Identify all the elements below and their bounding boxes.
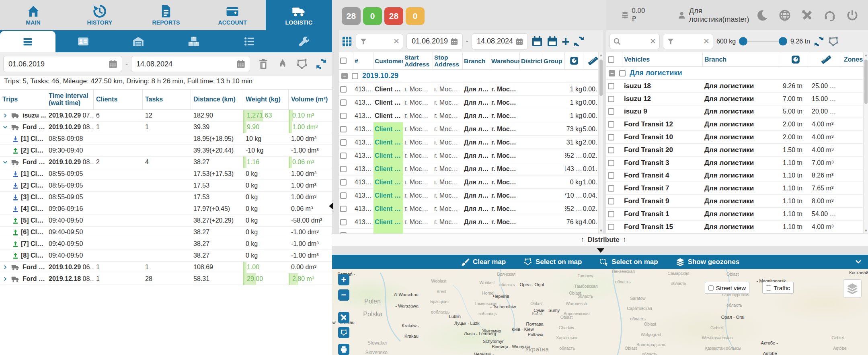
- select-on-map-rect-button[interactable]: Select on map: [599, 258, 658, 266]
- tab-trips[interactable]: [0, 31, 55, 52]
- row-checkbox[interactable]: [340, 153, 347, 159]
- calendar-icon[interactable]: [236, 59, 246, 69]
- row-checkbox[interactable]: [608, 108, 614, 115]
- clear-map-button[interactable]: Clear map: [461, 258, 506, 266]
- row-checkbox[interactable]: [608, 121, 614, 128]
- collapse-map-toolbar-icon[interactable]: [854, 258, 862, 266]
- orders-date-to[interactable]: [472, 33, 528, 50]
- orders-group-row[interactable]: − 2019.10.29: [339, 70, 603, 83]
- account-user[interactable]: Для логистики(master): [677, 7, 756, 24]
- tab-orders[interactable]: [166, 30, 222, 52]
- vehicles-scrollbar[interactable]: ▲ ▼: [863, 52, 868, 233]
- refresh-vehicles-icon[interactable]: [813, 36, 825, 47]
- map-print-button[interactable]: [338, 344, 349, 355]
- select-all-checkbox[interactable]: [340, 58, 347, 64]
- vehicle-row[interactable]: isuzu 12Для логистики7.00 tn15.00 …: [606, 93, 863, 105]
- vehicle-row[interactable]: isuzu 9Для логистики5.00 tn20.00 …: [606, 105, 863, 118]
- dark-mode-icon[interactable]: [756, 9, 768, 21]
- delete-trips-icon[interactable]: [257, 58, 269, 70]
- street-view-toggle[interactable]: Street view: [705, 282, 749, 294]
- trip-row[interactable]: Ford …2019.12.18 08…12858.3129.002.80 m³: [0, 273, 332, 285]
- order-row[interactable]: [339, 229, 603, 233]
- orders-filter[interactable]: ✕: [356, 34, 403, 49]
- nav-item-main[interactable]: MAIN: [0, 0, 66, 30]
- row-checkbox[interactable]: [340, 206, 347, 212]
- chevron-right-icon[interactable]: [2, 264, 8, 270]
- table-columns-icon[interactable]: [341, 36, 353, 47]
- trip-row[interactable]: Ford …2019.10.29 08…2438.271.160.06 m³: [0, 157, 332, 168]
- order-row[interactable]: 413…Client …г. Мос…г. Мос…Для л…г. Мос…3…: [339, 149, 603, 162]
- trip-row[interactable]: isuzu …2019.10.29 07…612182.901,271.630.…: [0, 110, 332, 122]
- order-row[interactable]: 413…Client …г. Мос…г. Мос…Для л…г. Мос…1…: [339, 96, 603, 109]
- status-badge-2[interactable]: 28: [384, 7, 403, 25]
- collapse-group-icon[interactable]: −: [609, 70, 615, 76]
- orders-filter-input[interactable]: [370, 37, 391, 45]
- row-checkbox[interactable]: [608, 147, 614, 153]
- task-row[interactable]: [8] Cl…09:40-09:5038.270 kg-1.00 dm³: [0, 250, 332, 262]
- row-checkbox[interactable]: [340, 179, 347, 186]
- traffic-checkbox[interactable]: [766, 285, 771, 291]
- support-icon[interactable]: [824, 9, 836, 21]
- calendar-icon[interactable]: [450, 37, 458, 45]
- status-badge-1[interactable]: 0: [363, 7, 382, 25]
- row-checkbox[interactable]: [340, 99, 347, 106]
- map-zoom-out-button[interactable]: −: [338, 289, 349, 301]
- order-row[interactable]: 413…Client …г. Мос…г. Мос…Для л…г. Мос…7…: [339, 122, 603, 136]
- map[interactable]: Poznań -PolenPolska⊙ Warschau- WarszawaW…: [332, 269, 868, 355]
- order-row[interactable]: 413…Client …г. Мос…г. Мос…Для л…г. Мос…0…: [339, 175, 603, 189]
- trip-row[interactable]: Ford …2019.10.29 08…1139.399.901.00 dm³: [0, 122, 332, 133]
- order-row[interactable]: 413…Client …г. Мос…г. Мос…Для л…г. Мос…7…: [339, 215, 603, 229]
- vehicle-row[interactable]: Ford Transit 3Для логистики1.10 tn7.00 m…: [606, 157, 863, 169]
- order-row[interactable]: 413…Client …г. Мос…г. Мос…Для л…г. Мос…7…: [339, 189, 603, 202]
- vehicle-row[interactable]: Ford Transit 10Для логистики2.00 tn4.00 …: [606, 131, 863, 144]
- row-checkbox[interactable]: [340, 113, 347, 119]
- trips-date-to[interactable]: [131, 56, 250, 72]
- row-checkbox[interactable]: [340, 126, 347, 132]
- show-geozones-button[interactable]: Show geozones: [676, 258, 739, 266]
- row-checkbox[interactable]: [608, 134, 614, 140]
- vehicles-group-row[interactable]: − Для логистики: [606, 67, 863, 80]
- chevron-down-icon[interactable]: [2, 159, 8, 165]
- tab-drivers[interactable]: [55, 30, 111, 52]
- heatmap-icon[interactable]: [277, 58, 289, 70]
- nav-item-reports[interactable]: REPORTS: [133, 0, 199, 30]
- group-checkbox[interactable]: [352, 73, 358, 79]
- add-order-button[interactable]: +: [562, 36, 570, 47]
- order-row[interactable]: 413…Client …г. Мос…г. Мос…Для л…г. Мос…1…: [339, 83, 603, 96]
- slider-handle-min[interactable]: [739, 37, 747, 45]
- row-checkbox[interactable]: [340, 86, 347, 93]
- vehicles-filter[interactable]: ✕: [663, 34, 713, 49]
- task-row[interactable]: [1] Cl…08:58-09:0818.95(+18.95)10 kg1.00…: [0, 133, 332, 145]
- nav-item-history[interactable]: HISTORY: [66, 0, 133, 30]
- collapse-group-icon[interactable]: −: [341, 73, 348, 79]
- order-row[interactable]: 413…Client …г. Мос…г. Мос…Для л…г. Мос…3…: [339, 202, 603, 215]
- task-row[interactable]: [4] Cl…09:06-09:1617.97(+0.45)0 kg0.06 m…: [0, 203, 332, 215]
- nav-item-account[interactable]: ACCOUNT: [199, 0, 266, 30]
- task-row[interactable]: [2] Cl…09:30-09:4039.39(+20.44)-10 kg-1.…: [0, 145, 332, 157]
- row-checkbox[interactable]: [340, 139, 347, 146]
- vehicles-search[interactable]: ✕: [609, 34, 660, 49]
- weight-range-slider[interactable]: [741, 41, 786, 42]
- select-on-map-lasso-button[interactable]: Select on map: [523, 258, 582, 266]
- clear-search-icon[interactable]: ✕: [650, 37, 656, 45]
- map-draw-geozone-button[interactable]: [338, 327, 349, 338]
- calendar-icon[interactable]: [515, 37, 523, 45]
- chevron-right-icon[interactable]: [2, 113, 8, 118]
- map-zoom-in-button[interactable]: +: [338, 274, 349, 285]
- orders-date-from-input[interactable]: [411, 37, 450, 46]
- slider-handle-max[interactable]: [779, 37, 787, 45]
- scroll-up-icon[interactable]: ▲: [864, 52, 868, 58]
- tab-settings[interactable]: [277, 30, 332, 52]
- scroll-up-icon[interactable]: ▲: [599, 52, 603, 58]
- row-checkbox[interactable]: [608, 160, 614, 166]
- calendar-icon[interactable]: [108, 59, 118, 69]
- row-checkbox[interactable]: [608, 185, 614, 192]
- traffic-toggle[interactable]: Traffic: [762, 282, 794, 294]
- task-row[interactable]: [7] Cl…09:40-09:5038.270 kg-1.00 dm³: [0, 238, 332, 250]
- vehicle-row[interactable]: Ford Transit 20Для логистики1.50 tn4.00 …: [606, 144, 863, 157]
- vehicles-filter-input[interactable]: [677, 37, 701, 45]
- vehicle-row[interactable]: Ford Transit 12Для логистики2.00 tn4.00 …: [606, 118, 863, 131]
- map-layers-button[interactable]: [843, 279, 862, 298]
- row-checkbox[interactable]: [340, 219, 347, 225]
- route-zone-icon[interactable]: [828, 36, 839, 47]
